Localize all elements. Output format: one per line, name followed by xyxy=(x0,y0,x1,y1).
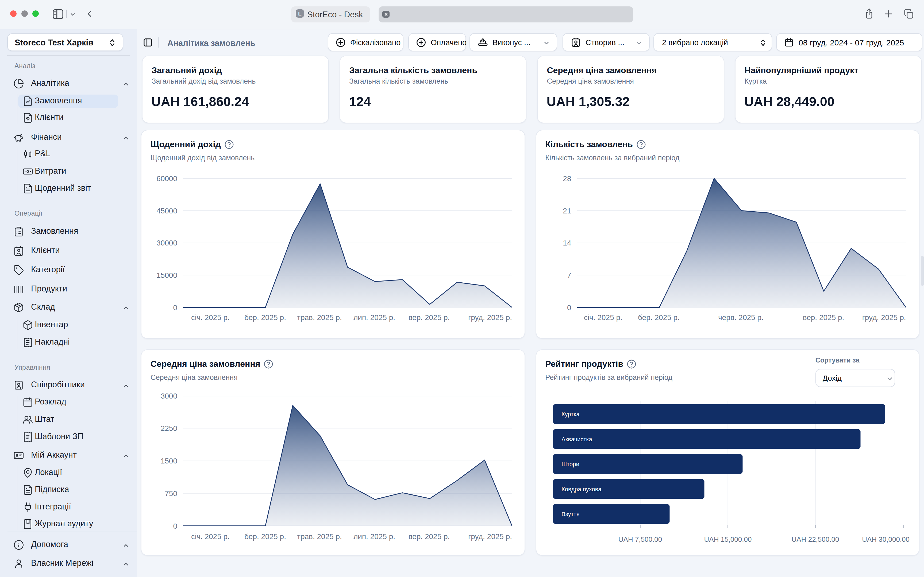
svg-text:0: 0 xyxy=(173,522,177,530)
svg-text:січ. 2025 р.: січ. 2025 р. xyxy=(191,313,229,322)
svg-text:UAH 22,500.00: UAH 22,500.00 xyxy=(792,535,839,543)
svg-text:вер. 2025 р.: вер. 2025 р. xyxy=(803,313,844,322)
svg-text:UAH 7,500.00: UAH 7,500.00 xyxy=(618,535,662,543)
svg-text:28: 28 xyxy=(563,174,571,183)
svg-text:1500: 1500 xyxy=(161,457,177,465)
svg-text:Аквачистка: Аквачистка xyxy=(561,436,592,443)
svg-text:Взуття: Взуття xyxy=(561,511,580,517)
svg-text:Штори: Штори xyxy=(561,461,579,467)
svg-text:груд. 2025 р.: груд. 2025 р. xyxy=(862,313,906,322)
svg-text:груд. 2025 р.: груд. 2025 р. xyxy=(468,313,512,322)
svg-text:січ. 2025 р.: січ. 2025 р. xyxy=(584,313,622,322)
svg-text:бер. 2025 р.: бер. 2025 р. xyxy=(244,313,286,322)
svg-text:трав. 2025 р.: трав. 2025 р. xyxy=(297,532,342,541)
svg-text:бер. 2025 р.: бер. 2025 р. xyxy=(244,532,286,541)
svg-text:0: 0 xyxy=(173,303,177,312)
svg-text:UAH 15,000.00: UAH 15,000.00 xyxy=(704,535,751,543)
svg-text:3000: 3000 xyxy=(161,392,177,400)
svg-text:15000: 15000 xyxy=(157,271,177,279)
svg-text:2250: 2250 xyxy=(161,424,177,432)
svg-text:14: 14 xyxy=(563,239,571,247)
svg-text:січ. 2025 р.: січ. 2025 р. xyxy=(191,532,229,541)
svg-text:60000: 60000 xyxy=(157,174,177,183)
svg-text:трав. 2025 р.: трав. 2025 р. xyxy=(297,313,342,322)
svg-text:30000: 30000 xyxy=(157,239,177,247)
svg-text:лип. 2025 р.: лип. 2025 р. xyxy=(354,313,395,322)
svg-text:груд. 2025 р.: груд. 2025 р. xyxy=(468,532,512,541)
svg-text:вер. 2025 р.: вер. 2025 р. xyxy=(409,532,450,541)
svg-text:Ковдра пухова: Ковдра пухова xyxy=(561,486,602,493)
svg-text:UAH 30,000.00: UAH 30,000.00 xyxy=(862,535,909,543)
svg-text:черв. 2025 р.: черв. 2025 р. xyxy=(718,313,764,322)
svg-text:7: 7 xyxy=(567,271,571,279)
svg-text:бер. 2025 р.: бер. 2025 р. xyxy=(638,313,680,322)
svg-text:0: 0 xyxy=(567,303,571,312)
svg-text:45000: 45000 xyxy=(157,207,177,215)
svg-text:вер. 2025 р.: вер. 2025 р. xyxy=(409,313,450,322)
svg-text:Куртка: Куртка xyxy=(561,411,580,417)
svg-text:750: 750 xyxy=(165,489,177,498)
svg-text:лип. 2025 р.: лип. 2025 р. xyxy=(354,532,395,541)
svg-text:21: 21 xyxy=(563,207,571,215)
